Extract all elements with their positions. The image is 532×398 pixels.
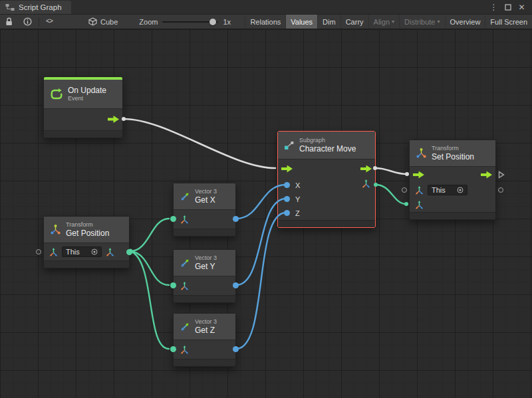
values-button[interactable]: Values (285, 15, 317, 29)
lock-button[interactable] (0, 15, 18, 29)
node-title: Get Position (66, 229, 109, 238)
code-icon: <> (46, 18, 53, 25)
vector-input-edge-port[interactable] (170, 346, 176, 352)
port-z-label: Z (295, 209, 300, 217)
node-kind: Vector 3 (195, 188, 217, 195)
this-field-value: This (432, 186, 446, 194)
flow-output-port[interactable] (108, 116, 119, 123)
flow-input-port[interactable] (281, 165, 293, 173)
info-button[interactable] (18, 15, 37, 29)
zoom-label: Zoom (139, 18, 158, 26)
node-footer (410, 212, 495, 219)
vector3-output-port-icon[interactable] (106, 248, 114, 256)
object-picker-icon[interactable] (457, 187, 464, 193)
port-z-input[interactable] (284, 210, 290, 216)
node-title: Get Z (195, 326, 217, 335)
dim-button[interactable]: Dim (317, 15, 340, 29)
node-kind: Transform (432, 145, 474, 152)
titlebar: Script Graph ⋮ ✕ (0, 0, 532, 15)
value-output-edge-port[interactable] (498, 187, 503, 193)
align-dropdown[interactable]: Align▾ (368, 15, 399, 29)
wire-endpoint (404, 202, 408, 206)
node-kind: Transform (66, 221, 109, 229)
z-output-edge-port[interactable] (233, 346, 239, 352)
wire-vector-getposition-to-gety[interactable] (130, 251, 169, 285)
node-footer (44, 130, 122, 138)
tab-script-graph[interactable]: Script Graph (0, 1, 71, 14)
node-title: On Update (68, 86, 106, 95)
chevron-down-icon: ▾ (392, 19, 394, 25)
vector3-icon (180, 322, 190, 332)
this-field-value: This (66, 248, 80, 256)
transform-type-icon (415, 186, 424, 195)
node-get-position[interactable]: Transform Get Position This (43, 216, 130, 268)
node-get-y[interactable]: Vector 3 Get Y (173, 249, 236, 303)
graph-canvas[interactable]: On Update Event Subgraph (0, 29, 532, 398)
carry-button[interactable]: Carry (340, 15, 368, 29)
node-set-position[interactable]: Transform Set Position This (409, 140, 496, 220)
flow-output-port[interactable] (481, 171, 492, 179)
node-footer (174, 295, 235, 302)
subgraph-icon (284, 141, 295, 150)
vector3-input-icon (180, 346, 189, 354)
node-get-x[interactable]: Vector 3 Get X (173, 183, 236, 237)
port-y-label: Y (295, 195, 300, 203)
script-graph-window: Script Graph ⋮ ✕ <> (0, 0, 532, 398)
wire-flow-onupdate-to-charactermove[interactable] (124, 119, 275, 168)
node-kind: Subgraph (299, 137, 356, 144)
window-menu-button[interactable]: ⋮ (489, 2, 499, 12)
node-footer (44, 260, 129, 268)
transform-type-icon (49, 248, 58, 256)
port-x-input[interactable] (284, 182, 290, 188)
flow-input-port[interactable] (413, 171, 424, 179)
this-input-edge-port[interactable] (36, 249, 41, 254)
this-input-edge-port[interactable] (402, 187, 407, 193)
vector-input-edge-port[interactable] (170, 216, 176, 222)
overview-button[interactable]: Overview (445, 15, 485, 29)
zoom-slider-knob[interactable] (209, 19, 216, 25)
object-picker-icon[interactable] (91, 249, 98, 255)
cube-icon (88, 17, 97, 26)
info-icon (23, 17, 32, 26)
node-on-update[interactable]: On Update Event (43, 76, 123, 138)
graph-toolbar: <> Cube Zoom 1x Relations Values Dim Car… (0, 15, 532, 29)
relations-button[interactable]: Relations (245, 15, 285, 29)
zoom-slider[interactable] (162, 21, 218, 23)
toolbar-separator (39, 17, 39, 27)
position-input-icon[interactable] (415, 201, 424, 209)
port-x-label: X (295, 181, 300, 189)
target-object-label: Cube (100, 18, 118, 26)
position-output-edge-port[interactable] (126, 249, 132, 255)
node-title: Character Move (299, 144, 356, 153)
tab-label: Script Graph (19, 3, 62, 11)
vector3-output-port-icon[interactable] (362, 179, 370, 188)
this-object-field[interactable]: This (62, 247, 102, 257)
toolbar-button-group: Relations Values Dim Carry Align▾ Distri… (245, 15, 532, 29)
node-character-move[interactable]: Subgraph Character Move X (277, 131, 376, 228)
node-get-z[interactable]: Vector 3 Get Z (173, 313, 236, 367)
vector-input-edge-port[interactable] (170, 282, 176, 288)
y-output-edge-port[interactable] (233, 282, 239, 288)
node-footer (174, 359, 235, 366)
this-object-field[interactable]: This (428, 185, 467, 195)
wire-number-getz-to-z[interactable] (236, 213, 286, 349)
x-output-edge-port[interactable] (233, 216, 239, 222)
flow-output-port[interactable] (360, 165, 372, 173)
code-view-button[interactable]: <> (41, 15, 58, 29)
wire-vector-getposition-to-getx[interactable] (130, 219, 169, 251)
flow-output-edge-port[interactable] (498, 171, 505, 179)
distribute-dropdown[interactable]: Distribute▾ (399, 15, 444, 29)
vector3-input-icon (180, 282, 189, 290)
close-button[interactable]: ✕ (517, 2, 527, 12)
node-title: Set Position (432, 152, 474, 161)
full-screen-button[interactable]: Full Screen (485, 15, 532, 29)
maximize-button[interactable] (503, 2, 513, 12)
node-kind: Event (68, 95, 106, 102)
maximize-icon (505, 4, 511, 11)
target-object-button[interactable]: Cube (88, 17, 118, 26)
node-kind: Vector 3 (195, 254, 217, 262)
port-y-input[interactable] (284, 196, 290, 202)
wire-flow-charactermove-to-setposition[interactable] (375, 168, 407, 174)
on-update-loop-icon (50, 88, 63, 100)
wire-vector-getposition-to-getz[interactable] (130, 251, 169, 349)
